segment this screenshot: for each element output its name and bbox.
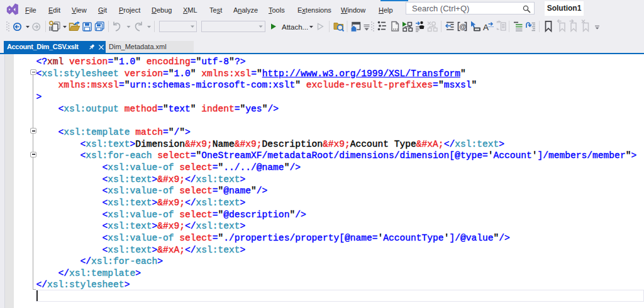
svg-text:A: A [483, 23, 489, 32]
svg-text:Attach...: Attach... [282, 23, 308, 31]
svg-text:@: @ [460, 23, 467, 30]
